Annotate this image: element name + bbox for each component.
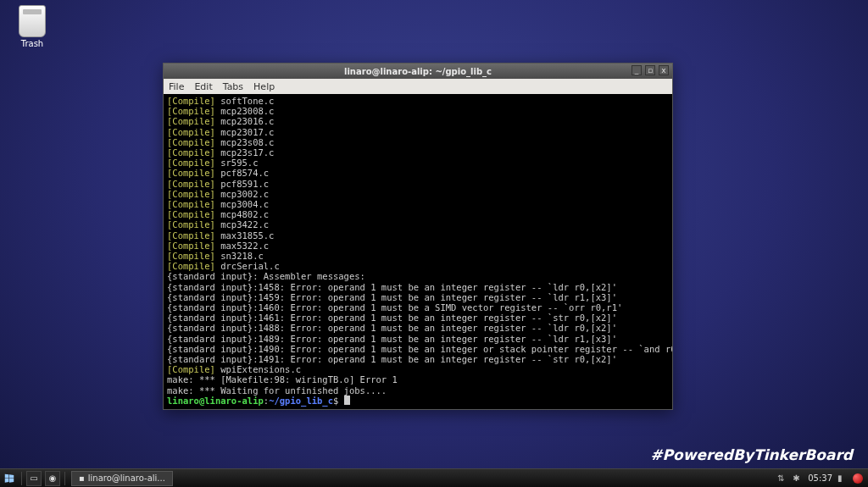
window-minimize-button[interactable]: _ [632,65,642,75]
taskbar-task-terminal[interactable]: ▪ linaro@linaro-ali... [71,471,173,486]
menu-file[interactable]: File [169,81,184,92]
taskbar-separator [21,472,22,485]
terminal-window: linaro@linaro-alip: ~/gpio_lib_c _ ▫ x F… [163,63,673,410]
taskbar: ▭ ◉ ▪ linaro@linaro-ali... ⇅ ✱ 05:37 ▮ [0,468,868,487]
network-icon[interactable]: ⇅ [777,473,787,484]
task-label: linaro@linaro-ali... [88,473,165,483]
menu-tabs[interactable]: Tabs [223,81,243,92]
window-close-button[interactable]: x [659,65,669,75]
trash-label: Trash [12,39,53,48]
window-title: linaro@linaro-alip: ~/gpio_lib_c [164,67,672,76]
notification-icon[interactable]: ▮ [837,473,848,484]
start-menu-button[interactable] [0,469,19,488]
terminal-output[interactable]: [Compile] softTone.c [Compile] mcp23008.… [164,94,672,409]
system-tray: ⇅ ✱ 05:37 ▮ [772,473,868,484]
power-button[interactable] [853,473,863,484]
watermark-text: #PoweredByTinkerBoard [650,446,853,463]
window-titlebar[interactable]: linaro@linaro-alip: ~/gpio_lib_c _ ▫ x [164,64,672,79]
window-maximize-button[interactable]: ▫ [645,65,655,75]
taskbar-separator [64,472,65,485]
launcher-filemanager[interactable]: ▭ [26,471,42,486]
window-menubar: File Edit Tabs Help [164,79,672,94]
start-icon [3,473,15,484]
menu-help[interactable]: Help [253,81,275,92]
terminal-icon: ▪ [79,473,85,483]
taskbar-clock[interactable]: 05:37 [808,473,832,483]
bluetooth-icon[interactable]: ✱ [793,473,803,484]
launcher-browser[interactable]: ◉ [45,471,60,486]
trash-icon [19,5,46,37]
desktop-trash[interactable]: Trash [12,5,53,48]
menu-edit[interactable]: Edit [194,81,212,92]
